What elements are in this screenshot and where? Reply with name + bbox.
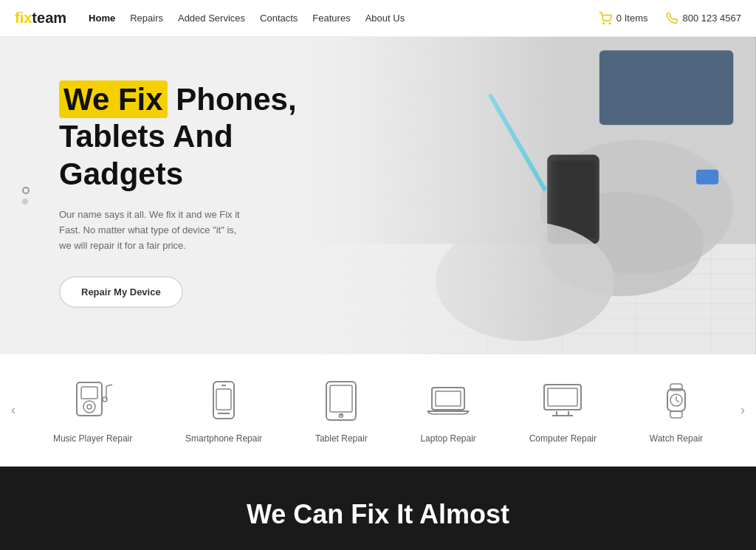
logo[interactable]: fixteam bbox=[15, 10, 66, 27]
service-label-tablet: Tablet Repair bbox=[315, 433, 368, 444]
hero-subtitle: Our name says it all. We fix it and we F… bbox=[59, 207, 251, 253]
svg-rect-18 bbox=[548, 155, 600, 244]
nav-features[interactable]: Features bbox=[312, 13, 350, 24]
hero-section: We Fix Phones, Tablets And Gadgets Our n… bbox=[0, 37, 756, 354]
svg-rect-35 bbox=[216, 389, 231, 410]
svg-rect-39 bbox=[330, 385, 352, 412]
service-label-laptop: Laptop Repair bbox=[420, 433, 475, 444]
service-item-tablet[interactable]: Tablet Repair bbox=[304, 377, 379, 444]
phone-icon bbox=[666, 13, 678, 24]
phone-display: 800 123 4567 bbox=[666, 13, 741, 24]
cart-icon bbox=[599, 12, 612, 25]
svg-point-16 bbox=[540, 140, 734, 274]
svg-rect-22 bbox=[488, 93, 548, 192]
svg-point-20 bbox=[436, 221, 614, 340]
nav-home[interactable]: Home bbox=[89, 13, 115, 24]
nav-about-us[interactable]: About Us bbox=[365, 13, 405, 24]
watch-icon bbox=[650, 377, 702, 424]
carousel-next-button[interactable]: › bbox=[729, 397, 756, 424]
svg-point-0 bbox=[603, 23, 605, 24]
logo-team: team bbox=[32, 10, 66, 26]
bottom-title: We Can Fix It Almost bbox=[247, 499, 509, 530]
service-item-smartphone[interactable]: Smartphone Repair bbox=[174, 377, 273, 444]
header: fixteam Home Repairs Added Services Cont… bbox=[0, 0, 756, 37]
service-item-music-player[interactable]: Music Player Repair bbox=[42, 377, 143, 444]
service-label-watch: Watch Repair bbox=[650, 433, 703, 444]
hero-content: We Fix Phones, Tablets And Gadgets Our n… bbox=[0, 37, 332, 308]
svg-point-27 bbox=[83, 401, 95, 413]
cart-button[interactable]: 0 Items bbox=[599, 12, 648, 25]
cart-count: 0 Items bbox=[616, 13, 648, 24]
service-item-laptop[interactable]: Laptop Repair bbox=[409, 377, 487, 444]
svg-rect-21 bbox=[599, 50, 734, 125]
header-right: 0 Items 800 123 4567 bbox=[599, 12, 741, 25]
tablet-icon bbox=[315, 377, 367, 424]
svg-point-17 bbox=[540, 192, 704, 296]
hero-background-image bbox=[264, 37, 756, 354]
svg-line-51 bbox=[676, 400, 679, 402]
main-nav: Home Repairs Added Services Contacts Fea… bbox=[89, 13, 599, 24]
slider-dot-2[interactable] bbox=[22, 199, 28, 204]
hero-title: We Fix Phones, Tablets And Gadgets bbox=[59, 81, 332, 193]
svg-point-28 bbox=[87, 405, 92, 409]
computer-icon bbox=[537, 377, 588, 424]
nav-repairs[interactable]: Repairs bbox=[130, 13, 163, 24]
svg-rect-41 bbox=[436, 391, 461, 406]
phone-number: 800 123 4567 bbox=[682, 13, 741, 24]
logo-fix: fix bbox=[15, 10, 32, 26]
laptop-icon bbox=[422, 377, 474, 424]
carousel-prev-button[interactable]: ‹ bbox=[0, 397, 27, 424]
services-carousel: ‹ Music Player Repair bbox=[0, 354, 756, 467]
svg-rect-44 bbox=[548, 388, 577, 406]
svg-rect-23 bbox=[696, 170, 718, 185]
service-label-smartphone: Smartphone Repair bbox=[185, 433, 262, 444]
service-item-computer[interactable]: Computer Repair bbox=[518, 377, 608, 444]
hero-title-line3: Gadgets bbox=[59, 157, 183, 191]
hero-cta-button[interactable]: Repair My Device bbox=[59, 276, 183, 308]
slider-dot-1[interactable] bbox=[22, 187, 30, 194]
service-label-computer: Computer Repair bbox=[529, 433, 597, 444]
svg-rect-3 bbox=[264, 244, 756, 354]
svg-point-1 bbox=[609, 23, 611, 24]
smartphone-icon bbox=[198, 377, 250, 424]
hero-title-highlight: We Fix bbox=[59, 80, 168, 118]
svg-rect-26 bbox=[81, 387, 97, 399]
slider-dots bbox=[22, 187, 30, 204]
services-list: Music Player Repair Smartphone Repair bbox=[27, 377, 729, 444]
hero-title-phones: Phones, bbox=[168, 82, 297, 117]
bottom-section: We Can Fix It Almost bbox=[0, 467, 756, 550]
svg-rect-2 bbox=[264, 37, 756, 354]
svg-rect-19 bbox=[551, 161, 597, 238]
music-player-icon bbox=[67, 377, 119, 424]
service-item-watch[interactable]: Watch Repair bbox=[639, 377, 714, 444]
svg-rect-48 bbox=[670, 411, 682, 418]
nav-added-services[interactable]: Added Services bbox=[178, 13, 245, 24]
service-label-music-player: Music Player Repair bbox=[53, 433, 132, 444]
svg-line-30 bbox=[106, 385, 112, 386]
svg-rect-24 bbox=[264, 37, 756, 354]
nav-contacts[interactable]: Contacts bbox=[260, 13, 298, 24]
hero-title-line2: Tablets And bbox=[59, 119, 233, 154]
